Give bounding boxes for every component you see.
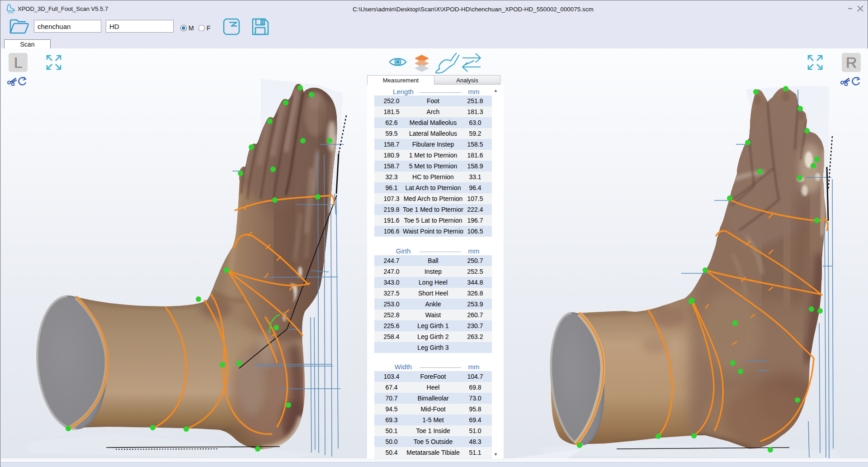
svg-text:XPOD: XPOD [8,12,14,14]
svg-text:L: L [14,54,23,71]
svg-text:F: F [207,24,211,32]
svg-text:M: M [189,24,194,32]
svg-text:R: R [846,54,857,71]
